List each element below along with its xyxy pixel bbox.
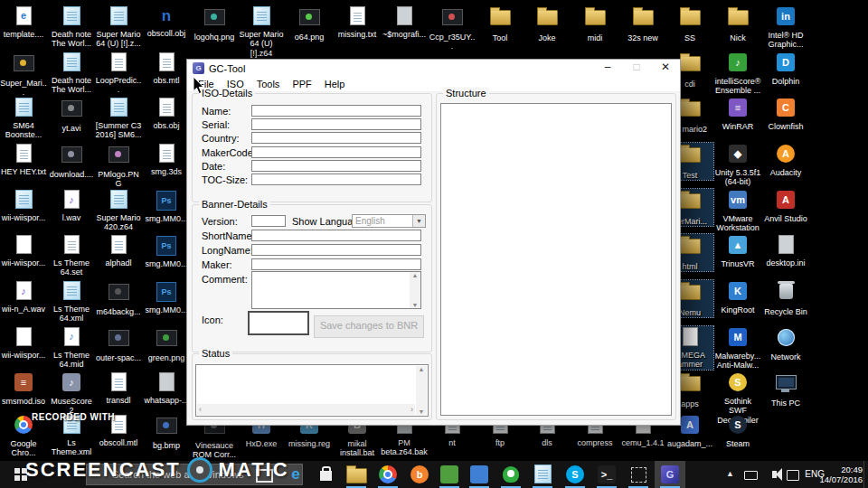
desktop-icon-dolphin[interactable]: DDolphin	[762, 52, 809, 86]
desktop-icon-ls-theme-64-xml[interactable]: Ls Theme 64.xml	[48, 280, 95, 324]
comment-scrollbar[interactable]: ▲ ▼	[410, 272, 420, 308]
desktop-icon-super-mario-64-u-z64[interactable]: Super Mario 64 (U) [!].z64	[238, 5, 285, 58]
language-dropdown[interactable]: English ▼	[352, 214, 426, 228]
desktop-icon-ls-theme-64-mid[interactable]: ♪Ls Theme 64.mid	[48, 326, 95, 370]
makercode-input[interactable]	[251, 146, 421, 158]
comment-textarea[interactable]	[251, 271, 421, 309]
tray-clock[interactable]: 20:49 14/07/2016	[819, 465, 863, 484]
show-desktop-button[interactable]	[863, 461, 868, 488]
chevron-down-icon[interactable]: ▼	[412, 215, 425, 227]
country-input[interactable]	[251, 132, 421, 144]
desktop-icon-wii-wiispor[interactable]: wii-wiispor...	[0, 326, 47, 360]
desktop-icon-joke[interactable]: Joke	[524, 5, 571, 42]
desktop-icon-malwareby-anti-malw[interactable]: MMalwareby... Anti-Malw...	[714, 326, 761, 371]
title-bar[interactable]: G GC-Tool – □ ✕	[187, 60, 680, 77]
desktop-icon-smg-3ds[interactable]: smg.3ds	[143, 143, 190, 176]
desktop-icon-looppredic[interactable]: LoopPredic...	[95, 52, 142, 95]
toc-size-input[interactable]	[251, 174, 421, 185]
desktop-icon-wii-wiispor[interactable]: wii-wiispor...	[0, 189, 47, 222]
desktop-icon-ss[interactable]: SS	[666, 5, 713, 42]
serial-input[interactable]	[251, 118, 421, 130]
desktop-icon-smg-mm0[interactable]: Pssmg.MM0...	[143, 189, 190, 223]
desktop-icon-hey-hey-txt[interactable]: HEY HEY.txt	[0, 143, 47, 176]
desktop-icon-super-mario-64-u-z[interactable]: Super Mario 64 (U) [!].z...	[95, 5, 142, 49]
menu-tools[interactable]: Tools	[250, 77, 287, 91]
desktop-icon-obs-obj[interactable]: obs.obj	[143, 97, 190, 130]
taskbar-app-store[interactable]	[310, 461, 341, 488]
desktop-icon-smsmod-iso[interactable]: ≡smsmod.iso	[0, 371, 47, 406]
taskbar-app-chrome[interactable]	[373, 461, 403, 488]
desktop-icon-anvil-studio[interactable]: AAnvil Studio	[762, 189, 809, 223]
desktop-icon-steam[interactable]: SSteam	[714, 414, 761, 448]
desktop-icon-desktop-ini[interactable]: desktop.ini	[762, 234, 809, 267]
desktop-icon-death-note-the-worl[interactable]: Death note The Worl...	[48, 52, 95, 95]
desktop-icon-obscoll-obj[interactable]: nobscoll.obj	[143, 5, 190, 38]
desktop-icon-pmlogo-png[interactable]: PMlogo.PNG	[95, 143, 142, 189]
desktop-icon-death-note-the-worl[interactable]: Death note The Worl...	[48, 5, 95, 49]
taskbar-app-file-explorer[interactable]	[341, 461, 372, 488]
desktop-icon-obs-mtl[interactable]: obs.mtl	[143, 52, 190, 85]
desktop-icon-kingroot[interactable]: KKingRoot	[714, 280, 761, 314]
taskbar-app-placeholder[interactable]	[623, 461, 654, 488]
scroll-up-icon[interactable]: ▲	[410, 272, 420, 278]
desktop-icon-mografi[interactable]: ~$mografi...	[381, 5, 428, 39]
desktop-icon-logohq-png[interactable]: logohq.png	[191, 5, 238, 42]
desktop-icon-unity-5-3-5f1-64-bit[interactable]: ◆Unity 5.3.5f1 (64-bit)	[714, 143, 761, 187]
desktop-icon-vmware-workstation[interactable]: vmVMware Workstation	[714, 189, 761, 233]
desktop-icon-sm64-boonste[interactable]: SM64 Boonste...	[0, 97, 47, 140]
taskbar-app-gc-tool[interactable]: G	[655, 461, 685, 488]
desktop-icon-m64backg[interactable]: m64backg...	[95, 280, 142, 316]
desktop-icon-nick[interactable]: Nick	[714, 5, 761, 42]
structure-tree-panel[interactable]	[440, 103, 672, 416]
desktop-icon-smg-mm0[interactable]: Pssmg.MM0...	[143, 234, 190, 268]
desktop-icon-audacity[interactable]: AAudacity	[762, 143, 809, 177]
desktop-icon-tool[interactable]: Tool	[476, 5, 524, 42]
desktop-icon-yt-avi[interactable]: yt.avi	[48, 97, 95, 133]
desktop-icon-green-png[interactable]: green.png	[143, 326, 190, 362]
taskbar-app-oneup-mushroom[interactable]	[495, 461, 526, 488]
scroll-right-icon[interactable]: ›	[410, 404, 413, 415]
tray-display-icon[interactable]	[744, 471, 758, 480]
status-vscrollbar[interactable]: ▲ ▼	[416, 366, 427, 415]
desktop-icon-intelliscore-ensemble[interactable]: ♪intelliScore® Ensemble ...	[714, 52, 761, 96]
name-input[interactable]	[251, 105, 421, 117]
desktop-icon-missing-txt[interactable]: missing.txt	[334, 5, 381, 39]
desktop-icon-super-mario-420-z64[interactable]: Super Mario 420.z64	[95, 189, 142, 232]
desktop-icon-winrar[interactable]: ≡WinRAR	[714, 97, 761, 131]
minimize-button[interactable]: –	[593, 60, 622, 77]
status-hscrollbar[interactable]: ‹ ›	[197, 404, 415, 415]
desktop-icon-transdl[interactable]: transdl	[95, 371, 142, 405]
taskbar-app-command-prompt[interactable]: >_	[591, 461, 622, 488]
version-input[interactable]	[251, 215, 286, 227]
desktop-icon-ccp-r35uy[interactable]: Ccp_r35UY...	[429, 5, 476, 52]
desktop-icon-whatsapp[interactable]: whatsapp-...	[143, 371, 190, 405]
desktop-icon-clownfish[interactable]: CClownfish	[762, 97, 809, 131]
desktop-icon-l-wav[interactable]: ♪l.wav	[48, 189, 95, 222]
tray-chevron-up-icon[interactable]: ▲	[726, 469, 734, 478]
desktop-icon-wii-wiispor[interactable]: wii-wiispor...	[0, 234, 47, 267]
desktop-icon-smg-mm0[interactable]: Pssmg.MM0...	[143, 280, 190, 314]
desktop-icon-ls-theme-64-set[interactable]: Ls Theme 64.set	[48, 234, 95, 277]
desktop-icon-template[interactable]: etemplate....	[0, 5, 47, 39]
tray-action-center-icon[interactable]	[787, 470, 799, 481]
taskbar-app-skype[interactable]: S	[560, 461, 590, 488]
desktop-icon-bg-bmp[interactable]: bg.bmp	[143, 414, 190, 450]
scroll-left-icon[interactable]: ‹	[199, 404, 202, 415]
desktop-icon-network[interactable]: Network	[762, 326, 809, 361]
desktop-icon-trinusvr[interactable]: ▲TrinusVR	[714, 234, 761, 268]
menu-help[interactable]: Help	[318, 77, 352, 91]
longname-input[interactable]	[251, 244, 421, 256]
scroll-down-icon[interactable]: ▼	[416, 408, 427, 415]
desktop-icon-intel-hd-graphic[interactable]: inIntel® HD Graphic...	[762, 5, 809, 50]
menu-ppf[interactable]: PPF	[286, 77, 317, 91]
desktop-icon-summer-c3-2016-sm6[interactable]: [Summer C3 2016] SM6...	[95, 97, 142, 140]
save-changes-button[interactable]: Save changes to BNR	[314, 315, 424, 338]
taskbar-app-green-app[interactable]	[434, 461, 465, 488]
desktop-icon-o64-png[interactable]: o64.png	[286, 5, 333, 42]
maker-input[interactable]	[251, 258, 421, 270]
desktop-icon-midi[interactable]: midi	[571, 5, 618, 42]
taskbar-app-rom-file[interactable]	[527, 461, 558, 488]
scroll-up-icon[interactable]: ▲	[416, 366, 427, 372]
taskbar-app-blender[interactable]: b	[404, 461, 435, 488]
desktop-icon-wii-n-a-wav[interactable]: ♪wii-n_A.wav	[0, 280, 47, 314]
